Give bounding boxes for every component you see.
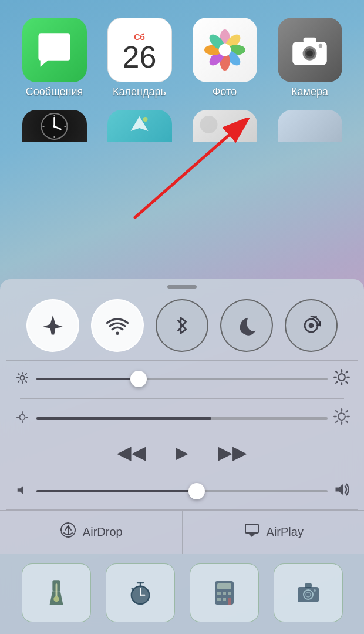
- plane-partial: [107, 110, 172, 142]
- volume-low-icon: [14, 484, 31, 499]
- svg-rect-80: [223, 592, 226, 595]
- svg-line-46: [336, 381, 337, 383]
- night-slider-row: [14, 408, 350, 428]
- volume-track[interactable]: [36, 490, 328, 492]
- wifi-toggle[interactable]: [91, 299, 144, 352]
- quick-row: [0, 554, 364, 634]
- svg-line-58: [336, 411, 337, 412]
- svg-point-12: [306, 50, 313, 56]
- do-not-disturb-toggle[interactable]: [220, 299, 273, 352]
- control-center: ◀◀ ▶ ▶▶: [0, 279, 364, 634]
- volume-thumb[interactable]: [188, 483, 205, 499]
- timer-button[interactable]: [106, 563, 175, 622]
- svg-point-26: [116, 331, 119, 335]
- camera-label: Камера: [291, 86, 328, 98]
- svg-point-18: [53, 125, 56, 128]
- svg-line-37: [18, 381, 19, 382]
- svg-rect-79: [217, 592, 221, 595]
- svg-rect-85: [298, 587, 319, 602]
- rewind-button[interactable]: ◀◀: [117, 441, 146, 464]
- svg-point-25: [200, 116, 217, 133]
- bluetooth-toggle[interactable]: [156, 299, 208, 352]
- night-low-icon: [14, 411, 31, 427]
- brightness-high-icon: [333, 369, 350, 389]
- camera-icon: [278, 18, 342, 82]
- app-row-1: Сообщения Сб 26 Календарь: [0, 0, 364, 104]
- svg-rect-78: [217, 583, 231, 589]
- airplay-button[interactable]: AirPlay: [183, 511, 365, 554]
- brightness-fill: [36, 378, 139, 380]
- svg-rect-13: [304, 37, 316, 42]
- app-icon-calendar[interactable]: Сб 26 Календарь: [107, 18, 172, 98]
- divider-2: [20, 398, 344, 399]
- drag-handle[interactable]: [167, 285, 197, 289]
- svg-point-89: [314, 589, 316, 592]
- home-screen: Сообщения Сб 26 Календарь: [0, 0, 364, 634]
- svg-line-60: [336, 421, 337, 422]
- airplane-toggle[interactable]: [26, 299, 79, 352]
- calculator-button[interactable]: [190, 563, 259, 622]
- brightness-thumb[interactable]: [130, 371, 147, 387]
- svg-rect-82: [217, 598, 221, 601]
- svg-rect-83: [223, 598, 226, 601]
- svg-point-69: [53, 596, 59, 602]
- volume-high-icon: [333, 481, 350, 501]
- svg-point-8: [218, 44, 231, 56]
- svg-line-47: [346, 371, 347, 373]
- airdrop-button[interactable]: AirDrop: [0, 511, 183, 554]
- svg-line-36: [25, 381, 26, 382]
- svg-rect-81: [228, 592, 231, 595]
- svg-line-61: [346, 411, 347, 412]
- camera2-button[interactable]: [274, 563, 343, 622]
- play-button[interactable]: ▶: [176, 443, 188, 462]
- svg-line-44: [336, 371, 337, 373]
- svg-line-45: [346, 381, 347, 383]
- messages-icon: [22, 18, 87, 82]
- svg-line-38: [25, 373, 26, 374]
- sliders-section: ◀◀ ▶ ▶▶: [0, 361, 364, 481]
- svg-rect-65: [245, 524, 258, 533]
- svg-point-28: [309, 323, 314, 328]
- brightness-track[interactable]: [36, 378, 328, 380]
- svg-point-53: [338, 413, 345, 420]
- generic-partial: [278, 110, 342, 142]
- volume-slider-row: [0, 481, 364, 509]
- airplay-label: AirPlay: [267, 525, 304, 539]
- brightness-low-icon: [14, 371, 31, 387]
- night-fill: [36, 417, 211, 420]
- bottom-buttons: AirDrop AirPlay: [0, 510, 364, 554]
- app-row-2: [0, 104, 364, 148]
- app-icon-camera[interactable]: Камера: [278, 18, 342, 98]
- svg-point-24: [143, 117, 148, 122]
- photos-label: Фото: [213, 86, 237, 98]
- airplay-icon: [243, 521, 261, 543]
- airdrop-label: AirDrop: [83, 525, 123, 539]
- clock-partial: [22, 110, 87, 142]
- photos-partial: [193, 110, 257, 142]
- brightness-slider-row: [14, 369, 350, 389]
- calendar-label: Календарь: [113, 86, 166, 98]
- svg-line-35: [18, 373, 19, 374]
- app-icon-photos[interactable]: Фото: [193, 18, 257, 98]
- night-track[interactable]: [36, 417, 328, 420]
- fast-forward-button[interactable]: ▶▶: [218, 441, 247, 464]
- svg-point-48: [19, 414, 25, 420]
- app-icon-messages[interactable]: Сообщения: [22, 18, 87, 98]
- media-controls: ◀◀ ▶ ▶▶: [14, 438, 350, 473]
- photos-icon: [193, 18, 257, 82]
- svg-point-39: [338, 374, 345, 381]
- svg-rect-88: [305, 583, 312, 588]
- calendar-icon: Сб 26: [107, 18, 172, 82]
- svg-rect-84: [228, 598, 231, 605]
- night-high-icon: [333, 408, 350, 428]
- svg-point-14: [319, 43, 323, 48]
- toggle-row: [0, 293, 364, 360]
- svg-line-59: [346, 421, 347, 422]
- rotation-lock-toggle[interactable]: [285, 299, 338, 352]
- calendar-day-num: 26: [123, 42, 157, 72]
- volume-fill: [36, 490, 197, 492]
- svg-marker-66: [248, 534, 255, 537]
- flashlight-button[interactable]: [22, 563, 91, 622]
- svg-point-30: [20, 375, 24, 380]
- svg-marker-63: [336, 484, 343, 495]
